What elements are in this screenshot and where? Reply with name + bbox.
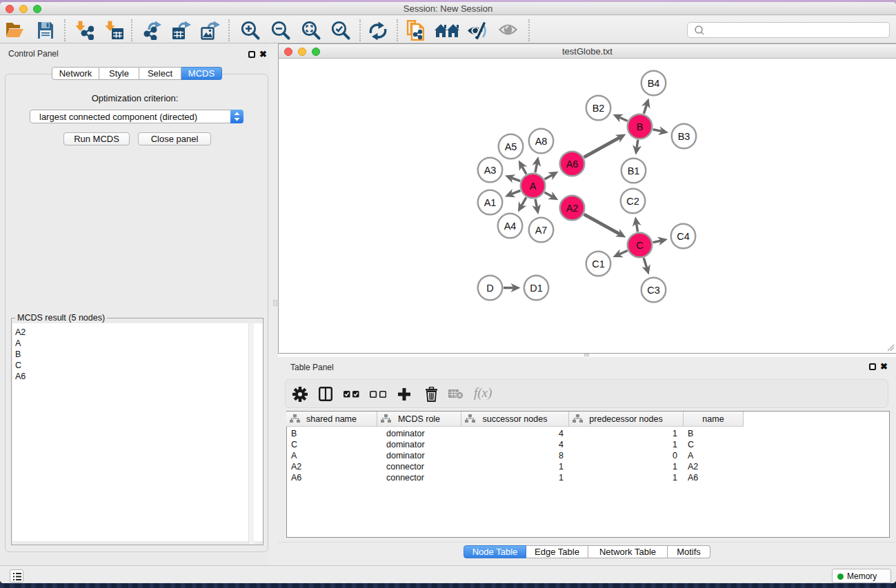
svg-text:A2: A2 bbox=[566, 203, 578, 214]
svg-text:A3: A3 bbox=[484, 165, 496, 176]
svg-text:D1: D1 bbox=[530, 283, 543, 294]
svg-text:C: C bbox=[636, 240, 643, 251]
svg-text:A5: A5 bbox=[504, 141, 517, 152]
svg-text:C3: C3 bbox=[647, 285, 660, 296]
svg-text:B1: B1 bbox=[627, 165, 639, 176]
svg-text:A4: A4 bbox=[504, 221, 516, 232]
svg-text:B2: B2 bbox=[592, 103, 604, 114]
svg-text:A6: A6 bbox=[566, 159, 578, 170]
svg-text:B: B bbox=[636, 121, 643, 132]
svg-text:C4: C4 bbox=[677, 231, 690, 242]
svg-text:A: A bbox=[529, 181, 536, 192]
svg-text:C1: C1 bbox=[592, 258, 605, 270]
svg-text:A7: A7 bbox=[535, 225, 547, 236]
svg-text:A8: A8 bbox=[535, 136, 547, 147]
svg-text:B4: B4 bbox=[647, 78, 659, 89]
svg-text:B3: B3 bbox=[677, 131, 690, 142]
svg-text:C2: C2 bbox=[626, 196, 639, 207]
svg-text:A1: A1 bbox=[484, 197, 496, 208]
svg-text:D: D bbox=[486, 283, 493, 294]
